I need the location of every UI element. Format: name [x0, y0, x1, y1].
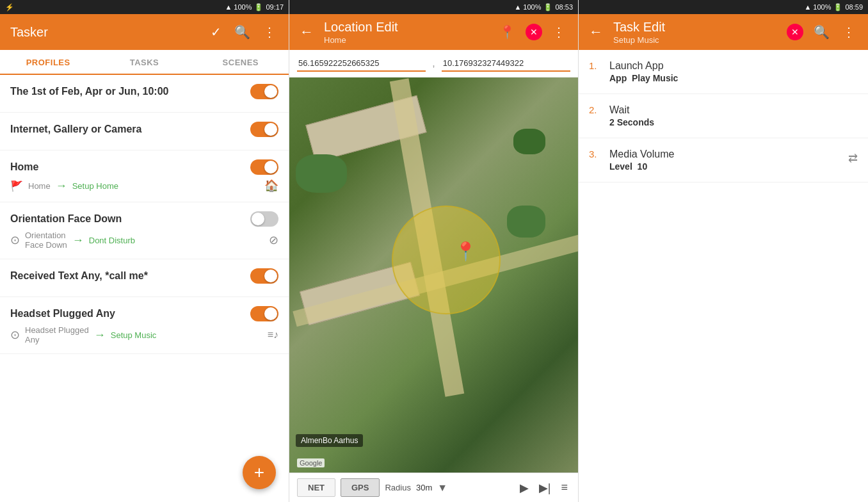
profile-item-5[interactable]: Received Text Any, *call me*	[0, 259, 289, 297]
signal-left: ▲ 100%	[225, 3, 252, 11]
profile-toggle-1[interactable]	[250, 84, 278, 99]
profile-toggle-2[interactable]	[250, 122, 278, 137]
profile-name-5: Received Text Any, *call me*	[10, 270, 148, 282]
battery-left: 🔋	[254, 3, 263, 12]
check-icon[interactable]: ✓	[208, 22, 224, 42]
more-icon-right[interactable]: ⋮	[840, 22, 858, 42]
task-detail-3: Level 10	[609, 161, 840, 172]
status-bar-mid: ▲ 100% 🔋 08:53	[289, 0, 578, 14]
tab-profiles[interactable]: PROFILES	[0, 50, 96, 74]
app-subtitle-mid: Home	[324, 35, 489, 45]
profile-name-2: Internet, Gallery or Camera	[10, 124, 141, 135]
profile-name-3: Home	[10, 161, 38, 173]
map-area[interactable]: 📍 AlmenBo Aarhus Google	[289, 77, 578, 473]
tab-tasks[interactable]: TASKS	[96, 50, 192, 74]
profile-name-1: The 1st of Feb, Apr or Jun, 10:00	[10, 86, 168, 97]
arrow-icon-6: →	[94, 328, 106, 342]
left-panel: ⚡ ▲ 100% 🔋 09:17 Tasker ✓ 🔍 ⋮ PROFILES T…	[0, 0, 289, 502]
music-icon: ≡♪	[268, 329, 278, 341]
map-pin: 📍	[454, 241, 477, 262]
radius-label: Radius	[385, 483, 410, 492]
time-right: 08:59	[845, 3, 863, 11]
more-icon-left[interactable]: ⋮	[261, 22, 278, 42]
search-icon-left[interactable]: 🔍	[232, 22, 253, 42]
search-icon-right[interactable]: 🔍	[811, 22, 832, 42]
task-detail-value-1: Play Music	[632, 73, 678, 83]
aerial-map: 📍 AlmenBo Aarhus Google	[289, 77, 578, 473]
battery-right: 🔋	[833, 3, 842, 12]
close-icon-right[interactable]: ✕	[787, 24, 803, 40]
app-title-mid: Location Edit	[324, 20, 489, 35]
status-bar-left: ⚡ ▲ 100% 🔋 09:17	[0, 0, 289, 14]
lon-input[interactable]	[442, 55, 570, 72]
profile-item-1[interactable]: The 1st of Feb, Apr or Jun, 10:00	[0, 75, 289, 113]
app-subtitle-right: Setup Music	[613, 35, 779, 45]
flag-icon: 🚩	[10, 180, 23, 192]
task-content-1: Launch App App Play Music	[609, 60, 858, 83]
battery-mid: 🔋	[543, 3, 552, 12]
more-icon-mid[interactable]: ⋮	[550, 22, 568, 42]
geofence-circle	[392, 206, 501, 314]
time-mid: 08:53	[555, 3, 573, 11]
task-content-2: Wait 2 Seconds	[609, 104, 858, 127]
profile-sub-to-3: Setup Home	[72, 181, 118, 191]
lightning-icon: ⚡	[5, 3, 14, 12]
fab-add[interactable]: +	[243, 456, 276, 489]
google-watermark: Google	[297, 458, 325, 467]
coord-separator: ,	[431, 55, 436, 72]
profile-list: The 1st of Feb, Apr or Jun, 10:00 Intern…	[0, 75, 289, 502]
profile-toggle-5[interactable]	[250, 268, 278, 284]
profile-toggle-4[interactable]	[250, 211, 278, 227]
app-title-right: Task Edit	[613, 20, 779, 35]
arrow-icon-4: →	[72, 234, 84, 247]
back-button-right[interactable]: ←	[589, 24, 603, 40]
profile-name-4: Orientation Face Down	[10, 213, 122, 225]
app-bar-mid: ← Location Edit Home 📍 ✕ ⋮	[289, 14, 578, 50]
profile-sub-4: ⊙ Orientation Face Down → Dont Disturb ⊘	[10, 231, 278, 250]
tab-scenes[interactable]: SCENES	[193, 50, 289, 74]
radius-value: 30m	[416, 483, 432, 492]
profile-item-4[interactable]: Orientation Face Down ⊙ Orientation Face…	[0, 202, 289, 259]
swap-icon-3[interactable]: ⇄	[848, 151, 858, 165]
task-name-2: Wait	[609, 104, 858, 116]
close-icon-mid[interactable]: ✕	[526, 24, 542, 40]
tabs-bar: PROFILES TASKS SCENES	[0, 50, 289, 75]
profile-sub-from-3: Home	[28, 181, 51, 191]
task-detail-1: App Play Music	[609, 73, 858, 83]
profile-name-6: Headset Plugged Any	[10, 308, 115, 320]
location-bottom-bar: NET GPS Radius 30m ▼ ▶ ▶| ≡	[289, 473, 578, 502]
task-list: 1. Launch App App Play Music 2. Wait 2 S…	[579, 50, 868, 502]
back-button-mid[interactable]: ←	[300, 24, 314, 40]
profile-toggle-3[interactable]	[250, 159, 278, 175]
app-title-left: Tasker	[10, 25, 200, 40]
task-number-2: 2.	[589, 104, 602, 115]
radius-dropdown-icon[interactable]: ▼	[437, 482, 447, 494]
status-bar-right: ▲ 100% 🔋 08:59	[579, 0, 868, 14]
play-icon[interactable]: ▶	[517, 480, 531, 496]
next-icon[interactable]: ▶|	[536, 480, 554, 496]
task-item-3[interactable]: 3. Media Volume Level 10 ⇄	[579, 138, 868, 182]
profile-toggle-6[interactable]	[250, 306, 278, 321]
headset-icon: ⊙	[10, 328, 20, 342]
profile-sub-to-4: Dont Disturb	[89, 236, 135, 245]
lat-input[interactable]	[297, 55, 426, 72]
task-number-3: 3.	[589, 149, 602, 159]
gps-button[interactable]: GPS	[341, 478, 380, 497]
task-content-3: Media Volume Level 10	[609, 149, 840, 172]
mid-panel: ▲ 100% 🔋 08:53 ← Location Edit Home 📍 ✕ …	[289, 0, 579, 502]
net-button[interactable]: NET	[297, 478, 335, 497]
task-detail-label-1: App	[609, 73, 627, 83]
profile-sub-3: 🚩 Home → Setup Home 🏠	[10, 179, 278, 193]
task-name-3: Media Volume	[609, 149, 840, 160]
profile-item-6[interactable]: Headset Plugged Any ⊙ Headset Plugged An…	[0, 297, 289, 354]
profile-item-2[interactable]: Internet, Gallery or Camera	[0, 113, 289, 150]
profile-sub-6: ⊙ Headset Plugged Any → Setup Music ≡♪	[10, 325, 278, 344]
orientation-icon: ⊙	[10, 233, 20, 247]
signal-right: ▲ 100%	[804, 3, 831, 11]
task-item-1[interactable]: 1. Launch App App Play Music	[579, 50, 868, 94]
queue-icon[interactable]: ≡	[558, 480, 570, 496]
task-item-2[interactable]: 2. Wait 2 Seconds	[579, 94, 868, 138]
home-icon: 🏠	[264, 179, 278, 193]
profile-item-3[interactable]: Home 🚩 Home → Setup Home 🏠	[0, 150, 289, 202]
pin-icon[interactable]: 📍	[497, 22, 518, 42]
